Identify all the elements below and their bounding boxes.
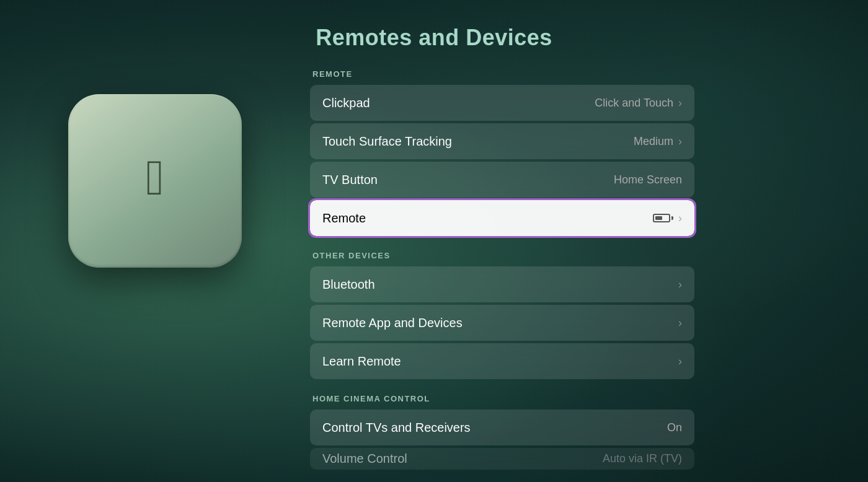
remote-section: REMOTE Clickpad Click and Touch › Touch … — [310, 69, 694, 236]
clickpad-value: Click and Touch — [595, 97, 673, 110]
remote-label: Remote — [322, 211, 366, 226]
chevron-icon: › — [678, 135, 682, 148]
clickpad-right: Click and Touch › — [595, 97, 682, 110]
main-area:  REMOTE Clickpad Click and Touch › Touc… — [0, 69, 868, 482]
touch-surface-label: Touch Surface Tracking — [322, 134, 452, 149]
remote-app-menu-item[interactable]: Remote App and Devices › — [310, 305, 694, 341]
tv-button-right: Home Screen — [614, 173, 682, 186]
chevron-icon: › — [678, 355, 682, 368]
learn-remote-right: › — [678, 355, 682, 368]
bluetooth-label: Bluetooth — [322, 278, 375, 292]
bluetooth-right: › — [678, 278, 682, 291]
clickpad-menu-item[interactable]: Clickpad Click and Touch › — [310, 85, 694, 121]
control-tvs-menu-item[interactable]: Control TVs and Receivers On — [310, 410, 694, 445]
page-title: Remotes and Devices — [316, 25, 552, 51]
control-tvs-label: Control TVs and Receivers — [322, 421, 471, 435]
settings-panel: REMOTE Clickpad Click and Touch › Touch … — [310, 69, 694, 482]
remote-menu-item[interactable]: Remote › — [310, 200, 694, 236]
chevron-icon: › — [678, 317, 682, 330]
volume-control-label: Volume Control — [322, 452, 407, 466]
chevron-icon: › — [678, 212, 682, 225]
battery-body — [653, 214, 670, 222]
home-cinema-header: HOME CINEMA CONTROL — [310, 394, 694, 403]
device-section:  — [37, 94, 273, 268]
bluetooth-menu-item[interactable]: Bluetooth › — [310, 266, 694, 302]
chevron-icon: › — [678, 278, 682, 291]
apple-logo-icon:  — [146, 153, 164, 203]
remote-app-label: Remote App and Devices — [322, 316, 463, 330]
home-cinema-section: HOME CINEMA CONTROL Control TVs and Rece… — [310, 394, 694, 470]
tv-button-menu-item[interactable]: TV Button Home Screen — [310, 162, 694, 198]
clickpad-label: Clickpad — [322, 96, 370, 110]
control-tvs-value: On — [667, 421, 682, 434]
volume-control-right: Auto via IR (TV) — [603, 452, 682, 465]
tv-button-value: Home Screen — [614, 173, 682, 186]
control-tvs-right: On — [667, 421, 682, 434]
chevron-icon: › — [678, 97, 682, 110]
page-content: Remotes and Devices  REMOTE Clickpad Cl… — [0, 0, 868, 482]
remote-section-header: REMOTE — [310, 69, 694, 79]
touch-surface-value: Medium — [634, 135, 673, 148]
battery-tip — [671, 216, 673, 220]
battery-icon — [653, 214, 673, 222]
remote-app-right: › — [678, 317, 682, 330]
touch-surface-right: Medium › — [634, 135, 682, 148]
volume-control-value: Auto via IR (TV) — [603, 452, 682, 465]
apple-tv-device:  — [68, 94, 242, 268]
volume-control-menu-item[interactable]: Volume Control Auto via IR (TV) — [310, 448, 694, 470]
touch-surface-menu-item[interactable]: Touch Surface Tracking Medium › — [310, 123, 694, 159]
battery-fill — [655, 216, 662, 220]
remote-right: › — [653, 212, 682, 225]
other-devices-header: OTHER DEVICES — [310, 251, 694, 260]
other-devices-section: OTHER DEVICES Bluetooth › Remote App and… — [310, 251, 694, 379]
tv-button-label: TV Button — [322, 173, 378, 187]
learn-remote-menu-item[interactable]: Learn Remote › — [310, 343, 694, 379]
learn-remote-label: Learn Remote — [322, 354, 401, 369]
